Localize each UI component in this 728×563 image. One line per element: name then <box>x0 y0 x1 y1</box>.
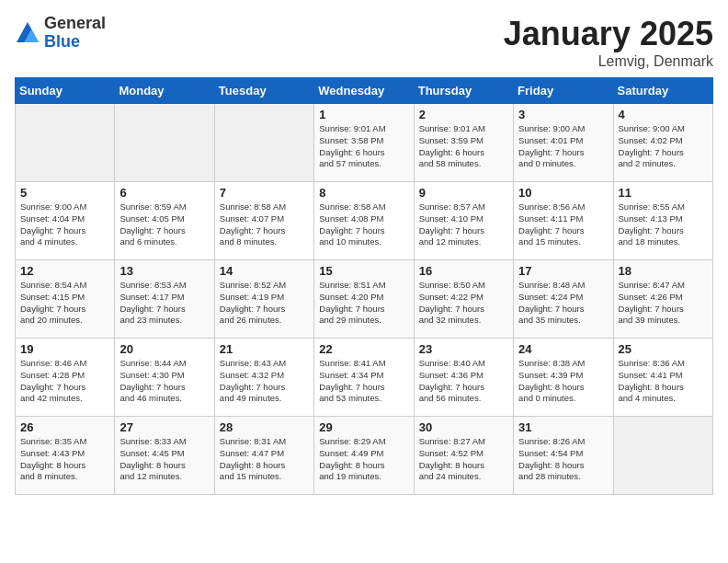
calendar-cell: 17Sunrise: 8:48 AM Sunset: 4:24 PM Dayli… <box>514 260 613 339</box>
calendar-cell: 7Sunrise: 8:58 AM Sunset: 4:07 PM Daylig… <box>214 182 313 260</box>
day-number: 11 <box>619 186 708 200</box>
day-info: Sunrise: 8:43 AM Sunset: 4:32 PM Dayligh… <box>220 358 309 405</box>
day-info: Sunrise: 8:38 AM Sunset: 4:39 PM Dayligh… <box>518 358 608 405</box>
day-info: Sunrise: 8:26 AM Sunset: 4:54 PM Dayligh… <box>518 436 608 483</box>
weekday-header-thursday: Thursday <box>414 78 513 104</box>
day-info: Sunrise: 8:33 AM Sunset: 4:45 PM Dayligh… <box>119 436 209 483</box>
calendar-cell: 3Sunrise: 9:00 AM Sunset: 4:01 PM Daylig… <box>514 104 613 182</box>
calendar-cell: 20Sunrise: 8:44 AM Sunset: 4:30 PM Dayli… <box>115 339 214 417</box>
day-info: Sunrise: 8:47 AM Sunset: 4:26 PM Dayligh… <box>619 280 708 327</box>
day-info: Sunrise: 8:44 AM Sunset: 4:30 PM Dayligh… <box>119 358 209 405</box>
day-number: 20 <box>119 342 209 356</box>
day-info: Sunrise: 8:57 AM Sunset: 4:10 PM Dayligh… <box>419 201 508 248</box>
week-row-5: 26Sunrise: 8:35 AM Sunset: 4:43 PM Dayli… <box>16 417 713 495</box>
day-info: Sunrise: 8:40 AM Sunset: 4:36 PM Dayligh… <box>419 358 508 405</box>
weekday-header-wednesday: Wednesday <box>314 78 414 104</box>
calendar-cell <box>16 104 115 182</box>
day-info: Sunrise: 8:27 AM Sunset: 4:52 PM Dayligh… <box>419 436 508 483</box>
day-number: 30 <box>419 420 508 434</box>
day-number: 16 <box>419 264 508 278</box>
day-number: 23 <box>419 342 508 356</box>
day-info: Sunrise: 9:01 AM Sunset: 3:58 PM Dayligh… <box>319 123 408 170</box>
logo-general-text: General <box>44 15 106 33</box>
calendar-cell: 11Sunrise: 8:55 AM Sunset: 4:13 PM Dayli… <box>613 182 712 260</box>
day-number: 21 <box>220 342 309 356</box>
day-number: 6 <box>119 186 209 200</box>
calendar-cell: 21Sunrise: 8:43 AM Sunset: 4:32 PM Dayli… <box>214 339 313 417</box>
calendar-cell: 2Sunrise: 9:01 AM Sunset: 3:59 PM Daylig… <box>414 104 513 182</box>
day-number: 2 <box>419 108 508 121</box>
logo-icon <box>15 20 40 46</box>
weekday-header-monday: Monday <box>115 78 214 104</box>
day-number: 4 <box>619 108 708 121</box>
calendar-cell: 14Sunrise: 8:52 AM Sunset: 4:19 PM Dayli… <box>214 260 313 339</box>
day-number: 5 <box>20 186 109 200</box>
day-info: Sunrise: 8:53 AM Sunset: 4:17 PM Dayligh… <box>119 280 209 327</box>
weekday-header-saturday: Saturday <box>613 78 712 104</box>
day-number: 25 <box>619 342 708 356</box>
calendar-cell: 15Sunrise: 8:51 AM Sunset: 4:20 PM Dayli… <box>314 260 414 339</box>
calendar-cell: 25Sunrise: 8:36 AM Sunset: 4:41 PM Dayli… <box>613 339 712 417</box>
title-block: January 2025 Lemvig, Denmark <box>504 15 713 70</box>
week-row-2: 5Sunrise: 9:00 AM Sunset: 4:04 PM Daylig… <box>16 182 713 260</box>
day-info: Sunrise: 9:00 AM Sunset: 4:04 PM Dayligh… <box>20 201 109 248</box>
calendar-cell <box>613 417 712 495</box>
weekday-header-friday: Friday <box>514 78 613 104</box>
calendar-cell: 5Sunrise: 9:00 AM Sunset: 4:04 PM Daylig… <box>16 182 115 260</box>
calendar-cell: 16Sunrise: 8:50 AM Sunset: 4:22 PM Dayli… <box>414 260 513 339</box>
day-number: 22 <box>319 342 408 356</box>
calendar-cell: 19Sunrise: 8:46 AM Sunset: 4:28 PM Dayli… <box>16 339 115 417</box>
day-number: 24 <box>518 342 608 356</box>
calendar-cell: 9Sunrise: 8:57 AM Sunset: 4:10 PM Daylig… <box>414 182 513 260</box>
week-row-4: 19Sunrise: 8:46 AM Sunset: 4:28 PM Dayli… <box>16 339 713 417</box>
weekday-header-sunday: Sunday <box>16 78 115 104</box>
day-info: Sunrise: 8:55 AM Sunset: 4:13 PM Dayligh… <box>619 201 708 248</box>
calendar-cell: 12Sunrise: 8:54 AM Sunset: 4:15 PM Dayli… <box>16 260 115 339</box>
day-number: 12 <box>20 264 109 278</box>
day-info: Sunrise: 8:59 AM Sunset: 4:05 PM Dayligh… <box>119 201 209 248</box>
logo-blue-text: Blue <box>44 33 106 52</box>
calendar-cell: 4Sunrise: 9:00 AM Sunset: 4:02 PM Daylig… <box>613 104 712 182</box>
calendar-cell: 13Sunrise: 8:53 AM Sunset: 4:17 PM Dayli… <box>115 260 214 339</box>
calendar-cell: 24Sunrise: 8:38 AM Sunset: 4:39 PM Dayli… <box>514 339 613 417</box>
week-row-1: 1Sunrise: 9:01 AM Sunset: 3:58 PM Daylig… <box>16 104 713 182</box>
day-number: 28 <box>220 420 309 434</box>
day-info: Sunrise: 8:50 AM Sunset: 4:22 PM Dayligh… <box>419 280 508 327</box>
day-info: Sunrise: 8:51 AM Sunset: 4:20 PM Dayligh… <box>319 280 408 327</box>
day-info: Sunrise: 9:01 AM Sunset: 3:59 PM Dayligh… <box>419 123 508 170</box>
day-info: Sunrise: 9:00 AM Sunset: 4:01 PM Dayligh… <box>518 123 608 170</box>
day-info: Sunrise: 8:58 AM Sunset: 4:08 PM Dayligh… <box>319 201 408 248</box>
calendar-cell: 26Sunrise: 8:35 AM Sunset: 4:43 PM Dayli… <box>16 417 115 495</box>
day-info: Sunrise: 8:31 AM Sunset: 4:47 PM Dayligh… <box>220 436 309 483</box>
calendar-subtitle: Lemvig, Denmark <box>504 53 713 70</box>
day-number: 18 <box>619 264 708 278</box>
calendar-cell <box>115 104 214 182</box>
calendar-cell: 23Sunrise: 8:40 AM Sunset: 4:36 PM Dayli… <box>414 339 513 417</box>
weekday-header-row: SundayMondayTuesdayWednesdayThursdayFrid… <box>16 78 713 104</box>
calendar-cell: 8Sunrise: 8:58 AM Sunset: 4:08 PM Daylig… <box>314 182 414 260</box>
day-number: 27 <box>119 420 209 434</box>
page-header: General Blue January 2025 Lemvig, Denmar… <box>15 15 713 70</box>
logo: General Blue <box>15 15 106 52</box>
day-info: Sunrise: 8:29 AM Sunset: 4:49 PM Dayligh… <box>319 436 408 483</box>
calendar-cell: 22Sunrise: 8:41 AM Sunset: 4:34 PM Dayli… <box>314 339 414 417</box>
calendar-cell: 29Sunrise: 8:29 AM Sunset: 4:49 PM Dayli… <box>314 417 414 495</box>
day-info: Sunrise: 8:52 AM Sunset: 4:19 PM Dayligh… <box>220 280 309 327</box>
day-info: Sunrise: 8:35 AM Sunset: 4:43 PM Dayligh… <box>20 436 109 483</box>
day-number: 15 <box>319 264 408 278</box>
calendar-cell: 28Sunrise: 8:31 AM Sunset: 4:47 PM Dayli… <box>214 417 313 495</box>
day-number: 9 <box>419 186 508 200</box>
day-number: 13 <box>119 264 209 278</box>
calendar-cell: 27Sunrise: 8:33 AM Sunset: 4:45 PM Dayli… <box>115 417 214 495</box>
day-number: 8 <box>319 186 408 200</box>
day-number: 17 <box>518 264 608 278</box>
day-number: 19 <box>20 342 109 356</box>
day-info: Sunrise: 9:00 AM Sunset: 4:02 PM Dayligh… <box>619 123 708 170</box>
calendar-cell: 30Sunrise: 8:27 AM Sunset: 4:52 PM Dayli… <box>414 417 513 495</box>
day-info: Sunrise: 8:58 AM Sunset: 4:07 PM Dayligh… <box>220 201 309 248</box>
day-number: 29 <box>319 420 408 434</box>
day-number: 3 <box>518 108 608 121</box>
week-row-3: 12Sunrise: 8:54 AM Sunset: 4:15 PM Dayli… <box>16 260 713 339</box>
calendar-table: SundayMondayTuesdayWednesdayThursdayFrid… <box>15 77 713 495</box>
day-info: Sunrise: 8:41 AM Sunset: 4:34 PM Dayligh… <box>319 358 408 405</box>
